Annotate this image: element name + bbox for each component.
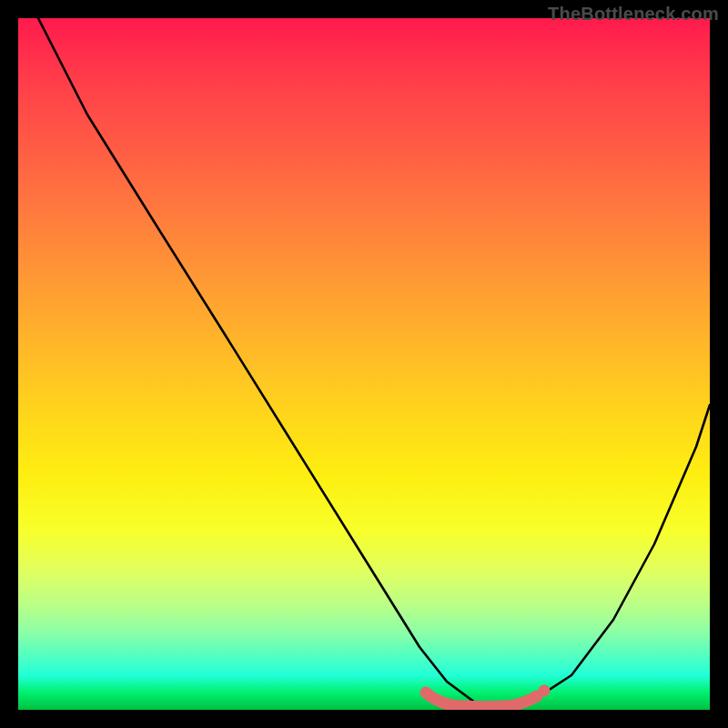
chart-plot-area [18,18,710,710]
chart-background-gradient [18,18,710,710]
